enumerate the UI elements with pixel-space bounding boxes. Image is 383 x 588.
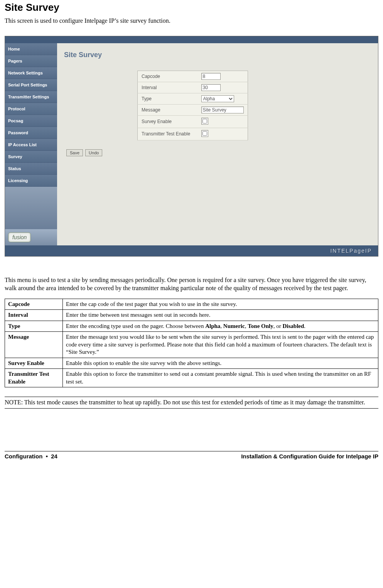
- checkbox-frame-tx-test: [201, 130, 208, 137]
- doc-table-desc: Enable this option to force the transmit…: [63, 369, 378, 387]
- form-row-tx-test-enable: Transmitter Test Enable: [138, 128, 248, 140]
- doc-table-term: Transmitter Test Enable: [5, 369, 63, 387]
- doc-table-row: MessageEnter the message text you would …: [5, 332, 378, 358]
- sidebar-item-serial-port-settings[interactable]: Serial Port Settings: [5, 79, 57, 91]
- button-row: Save Undo: [66, 149, 371, 156]
- note-block: NOTE: This test mode causes the transmit…: [5, 397, 378, 409]
- page-heading: Site Survey: [5, 2, 378, 14]
- sidebar: Home Pagers Network Settings Serial Port…: [5, 43, 57, 245]
- sidebar-item-network-settings[interactable]: Network Settings: [5, 67, 57, 79]
- content-pane: Site Survey Capcode Interval Type Alpha: [57, 43, 378, 245]
- footer-section: Configuration: [5, 453, 42, 460]
- sidebar-item-ip-access-list[interactable]: IP Access List: [5, 139, 57, 151]
- sidebar-brand: fusion: [5, 229, 57, 245]
- sidebar-item-status[interactable]: Status: [5, 163, 57, 175]
- doc-table-term: Capcode: [5, 299, 63, 310]
- doc-table-row: Transmitter Test EnableEnable this optio…: [5, 369, 378, 387]
- doc-table-desc: Enter the encoding type used on the page…: [63, 321, 378, 332]
- doc-table-desc: Enable this option to enable the site su…: [63, 358, 378, 369]
- screenshot-container: Home Pagers Network Settings Serial Port…: [5, 36, 378, 257]
- form-table: Capcode Interval Type Alpha Mess: [137, 71, 248, 140]
- doc-table-desc: Enter the cap code of the test pager tha…: [63, 299, 378, 310]
- doc-table-desc: Enter the message text you would like to…: [63, 332, 378, 358]
- label-survey-enable: Survey Enable: [138, 115, 197, 128]
- save-button[interactable]: Save: [66, 149, 83, 156]
- doc-table-body: CapcodeEnter the cap code of the test pa…: [5, 299, 378, 387]
- form-row-type: Type Alpha: [138, 93, 248, 104]
- doc-table-row: CapcodeEnter the cap code of the test pa…: [5, 299, 378, 310]
- form-row-message: Message: [138, 104, 248, 115]
- footer-bullet-icon: •: [44, 453, 50, 460]
- footer-left: Configuration • 24: [5, 453, 57, 460]
- doc-table-row: TypeEnter the encoding type used on the …: [5, 321, 378, 332]
- select-type[interactable]: Alpha: [201, 95, 234, 102]
- intro-text: This screen is used to configure Intelpa…: [5, 17, 378, 25]
- checkbox-frame-survey: [201, 118, 208, 125]
- label-message: Message: [138, 104, 197, 115]
- sidebar-item-pocsag[interactable]: Pocsag: [5, 115, 57, 127]
- sidebar-item-transmitter-settings[interactable]: Transmitter Settings: [5, 91, 57, 103]
- label-interval: Interval: [138, 82, 197, 93]
- doc-table-term: Interval: [5, 310, 63, 321]
- doc-table: CapcodeEnter the cap code of the test pa…: [5, 299, 378, 388]
- footer-page: 24: [51, 453, 57, 460]
- undo-button[interactable]: Undo: [85, 149, 102, 156]
- sidebar-item-protocol[interactable]: Protocol: [5, 103, 57, 115]
- page-footer: Configuration • 24 Installation & Config…: [5, 451, 378, 460]
- body-text: This menu is used to test a site by send…: [5, 276, 378, 292]
- input-capcode[interactable]: [201, 73, 221, 80]
- label-capcode: Capcode: [138, 71, 197, 82]
- footer-right: Installation & Configuration Guide for I…: [241, 453, 378, 460]
- doc-table-term: Message: [5, 332, 63, 358]
- sidebar-spacer: [5, 187, 57, 229]
- sidebar-nav: Home Pagers Network Settings Serial Port…: [5, 43, 57, 187]
- doc-table-term: Survey Enable: [5, 358, 63, 369]
- screenshot-body: Home Pagers Network Settings Serial Port…: [5, 43, 378, 245]
- below-screenshot: This menu is used to test a site by send…: [5, 276, 378, 409]
- checkbox-tx-test-enable[interactable]: [202, 131, 207, 136]
- doc-table-term: Type: [5, 321, 63, 332]
- screenshot-footbar: INTELPageIP: [5, 245, 378, 256]
- doc-table-row: Survey EnableEnable this option to enabl…: [5, 358, 378, 369]
- form-row-survey-enable: Survey Enable: [138, 115, 248, 128]
- screenshot-topbar: [5, 36, 378, 43]
- input-interval[interactable]: [201, 84, 221, 91]
- section-title: Site Survey: [64, 51, 371, 59]
- label-tx-test-enable: Transmitter Test Enable: [138, 128, 197, 140]
- sidebar-item-password[interactable]: Password: [5, 127, 57, 139]
- sidebar-item-survey[interactable]: Survey: [5, 151, 57, 163]
- label-type: Type: [138, 93, 197, 104]
- sidebar-item-pagers[interactable]: Pagers: [5, 55, 57, 67]
- brand-badge: fusion: [8, 232, 31, 242]
- checkbox-survey-enable[interactable]: [202, 119, 207, 123]
- input-message[interactable]: [201, 106, 244, 113]
- doc-table-desc: Enter the time between test messages sen…: [63, 310, 378, 321]
- sidebar-item-licensing[interactable]: Licensing: [5, 175, 57, 187]
- sidebar-item-home[interactable]: Home: [5, 43, 57, 55]
- form-row-interval: Interval: [138, 82, 248, 93]
- form-row-capcode: Capcode: [138, 71, 248, 82]
- doc-table-row: IntervalEnter the time between test mess…: [5, 310, 378, 321]
